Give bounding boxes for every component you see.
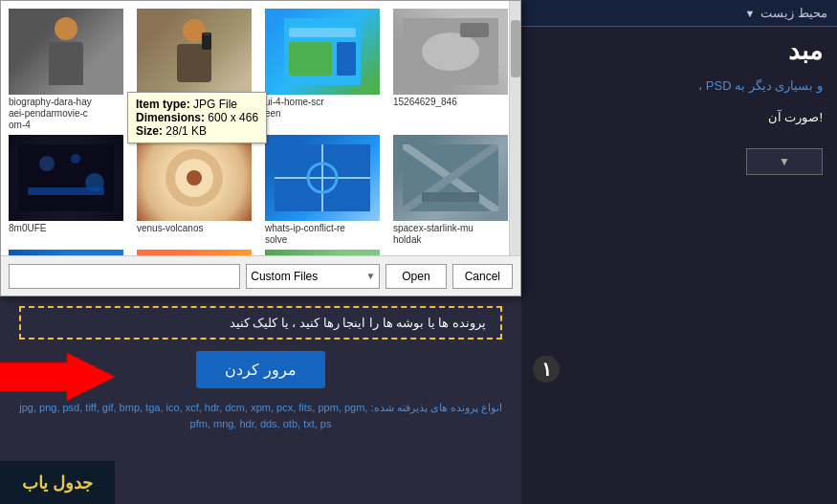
svg-rect-10: [460, 23, 489, 37]
panel-title: مبد: [788, 36, 823, 66]
logo: جدول یاب: [0, 461, 115, 504]
svg-rect-2: [202, 33, 211, 50]
scrollbar[interactable]: [509, 1, 520, 259]
thumbnail: [393, 135, 508, 221]
svg-rect-5: [289, 28, 356, 37]
file-label: 15264629_846: [393, 97, 508, 108]
svg-rect-6: [289, 42, 332, 76]
tooltip-dimensions: Dimensions: 600 x 466: [136, 111, 258, 124]
drop-zone[interactable]: پرونده ها یا بوشه ها را اینجا رها کنید ،…: [19, 306, 502, 340]
thumbnail: [265, 135, 380, 221]
tooltip-size: Size: 28/1 KB: [136, 124, 258, 138]
svg-point-12: [39, 156, 55, 171]
list-item[interactable]: 8m0UFE: [9, 135, 133, 246]
file-tooltip: Item type: JPG File Dimensions: 600 x 46…: [127, 92, 267, 143]
tooltip-type: Item type: JPG File: [136, 98, 258, 111]
dialog-bottom-bar: Custom Files ▼ Open Cancel: [1, 255, 520, 296]
arrow-icon: [0, 353, 115, 401]
panel-text-1: و بسیاری دیگر به PSD ،: [526, 77, 823, 96]
thumbnail: [9, 135, 123, 221]
logo-text: جدول یاب: [22, 472, 93, 493]
drop-text: پرونده ها یا بوشه ها را اینجا رها کنید ،…: [35, 316, 486, 330]
thumbnail: [137, 9, 252, 95]
svg-marker-36: [0, 353, 115, 401]
file-label: spacex-starlink-muholdak: [393, 223, 508, 246]
thumbnail: [9, 9, 123, 95]
file-dialog: biography-dara-hayaei-pendarmovie-com-4: [0, 0, 521, 296]
list-item[interactable]: biography-dara-hayaei-pendarmovie-com-4: [9, 9, 133, 131]
panel-text-2: !صورت آن: [526, 110, 823, 124]
scrollbar-thumb[interactable]: [511, 20, 520, 77]
top-bar-label: محیط زیست: [760, 6, 827, 20]
svg-rect-15: [28, 187, 104, 195]
cancel-button[interactable]: Cancel: [452, 264, 513, 289]
top-bar: ▼ محیط زیست: [507, 0, 837, 27]
thumbnail: [265, 9, 380, 95]
right-dropdown[interactable]: ▼: [746, 148, 823, 175]
svg-point-9: [422, 33, 479, 71]
list-item[interactable]: ui-4-home-screen: [265, 9, 389, 131]
dropdown-arrow-icon: ▼: [744, 8, 755, 19]
svg-point-13: [71, 154, 80, 164]
svg-rect-26: [422, 192, 479, 202]
file-label: venus-volcanos: [137, 223, 252, 234]
chevron-down-icon: ▼: [779, 155, 790, 168]
file-label: ui-4-home-screen: [265, 97, 380, 120]
svg-point-18: [187, 170, 202, 186]
filename-input[interactable]: [9, 264, 240, 289]
file-label: 8m0UFE: [9, 223, 123, 234]
open-button[interactable]: Open: [385, 264, 446, 289]
list-item[interactable]: whats-ip-conflict-resolve: [265, 135, 389, 246]
file-label: whats-ip-conflict-resolve: [265, 223, 380, 246]
thumbnail: [137, 135, 252, 221]
filetype-dropdown[interactable]: Custom Files ▼: [246, 264, 380, 289]
thumbnail: [393, 9, 508, 95]
file-label: biography-dara-hayaei-pendarmovie-com-4: [9, 97, 123, 131]
browse-button[interactable]: مرور کردن: [196, 351, 324, 388]
list-item[interactable]: spacex-starlink-muholdak: [393, 135, 518, 246]
select-arrow-icon: ▼: [365, 271, 375, 281]
svg-rect-7: [337, 42, 356, 76]
list-item[interactable]: 15264629_846: [393, 9, 518, 131]
step-number: ۱: [533, 356, 560, 383]
filetype-label: Custom Files: [251, 270, 318, 283]
list-item[interactable]: venus-volcanos: [137, 135, 261, 246]
